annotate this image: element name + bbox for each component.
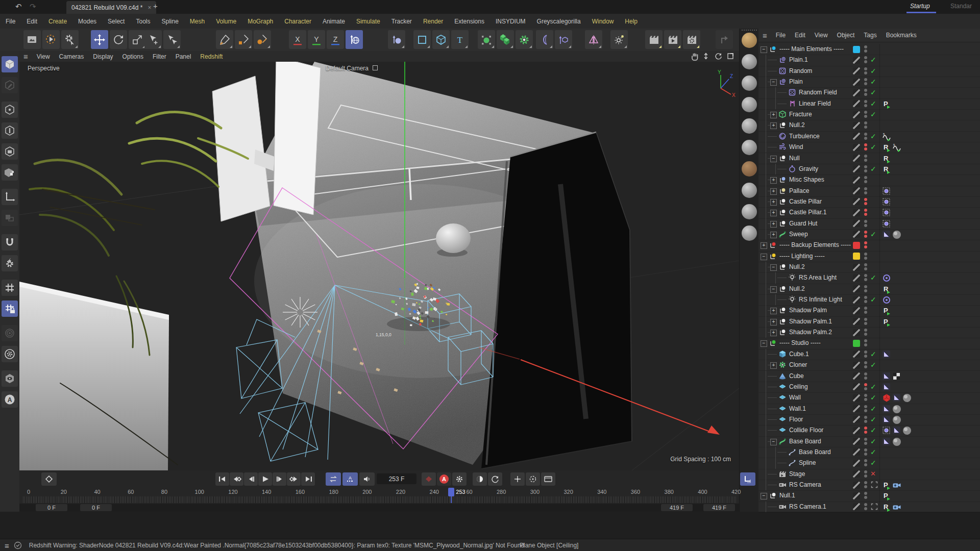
edit-chip[interactable]	[853, 122, 860, 129]
object-row[interactable]: −----- Main Elements -----	[758, 44, 980, 55]
tag-cam[interactable]	[892, 481, 901, 490]
render-view-icon[interactable]	[645, 30, 663, 49]
visibility-dots[interactable]	[864, 394, 867, 401]
expand-toggle-icon[interactable]: −	[770, 79, 777, 86]
enabled-check-icon[interactable]: ✓	[870, 132, 879, 141]
edit-chip[interactable]	[853, 394, 860, 402]
visibility-dots[interactable]	[864, 241, 867, 248]
menu-modes[interactable]: Modes	[72, 18, 102, 25]
pen-orange-icon[interactable]	[254, 30, 271, 49]
object-label[interactable]: Guard Hut	[789, 220, 817, 227]
object-row[interactable]: +Guard Hut	[758, 218, 980, 230]
keyframe-sphere-icon[interactable]	[473, 472, 487, 486]
plane-primitive-icon[interactable]	[413, 30, 431, 49]
spline-wrap-icon[interactable]	[536, 30, 553, 49]
render-active-object-icon[interactable]	[42, 30, 60, 49]
expand-toggle-icon[interactable]: +	[770, 122, 777, 129]
object-label[interactable]: ----- Lighting -----	[779, 253, 825, 260]
material-thumbnail[interactable]	[742, 118, 757, 134]
edges-mode-icon[interactable]	[2, 122, 18, 139]
scale-icon[interactable]	[129, 30, 146, 49]
grid-lock-icon[interactable]	[2, 300, 18, 317]
om-menu-tags[interactable]: Tags	[859, 32, 881, 39]
edit-chip[interactable]	[853, 318, 860, 325]
next-frame-icon[interactable]	[273, 472, 286, 486]
menu-greyscalegorilla[interactable]: Greyscalegorilla	[531, 18, 586, 25]
enabled-check-icon[interactable]: ✓	[870, 350, 879, 359]
viewport-menu-panel[interactable]: Panel	[171, 53, 196, 60]
object-label[interactable]: Collide Floor	[789, 427, 823, 434]
visibility-dots[interactable]	[864, 296, 867, 303]
tag-mat[interactable]	[892, 405, 901, 414]
tag-cam[interactable]	[892, 503, 901, 512]
edit-chip[interactable]	[853, 79, 860, 86]
visibility-dots[interactable]	[864, 220, 867, 227]
object-row[interactable]: +Fracture✓	[758, 109, 980, 120]
tag-phong[interactable]	[882, 230, 891, 239]
edit-chip[interactable]	[853, 307, 860, 314]
simulation-icon[interactable]	[388, 30, 405, 49]
object-label[interactable]: Random Field	[799, 89, 837, 96]
edit-chip[interactable]	[853, 165, 860, 172]
visibility-dots[interactable]	[864, 438, 867, 445]
om-menu-bookmarks[interactable]: Bookmarks	[881, 32, 921, 39]
go-end-icon[interactable]	[301, 472, 315, 486]
edit-chip[interactable]	[853, 460, 860, 467]
viewport-camera-label[interactable]: Default Camera	[326, 65, 378, 72]
render-settings-icon[interactable]	[61, 30, 79, 49]
object-label[interactable]: Wall	[789, 394, 801, 401]
target-rings-icon[interactable]	[2, 325, 18, 341]
object-row[interactable]: +Null.2	[758, 120, 980, 131]
edit-chip[interactable]	[853, 231, 860, 238]
expand-toggle-icon[interactable]: −	[761, 340, 767, 347]
enabled-check-icon[interactable]: ✓	[870, 88, 879, 97]
object-label[interactable]: ----- Studio -----	[779, 339, 821, 346]
tag-phong[interactable]	[882, 383, 891, 392]
object-row[interactable]: −----- Lighting -----	[758, 251, 980, 262]
text-primitive-icon[interactable]: T	[451, 30, 469, 49]
visibility-dots[interactable]	[864, 231, 867, 238]
object-row[interactable]: Collide Floor✓	[758, 425, 980, 436]
visibility-dots[interactable]	[864, 198, 867, 205]
viewport-canvas[interactable]: 1,15,0,0 Perspective Default Camera Grid…	[19, 62, 739, 470]
object-row[interactable]: Cube	[758, 371, 980, 382]
polygons-mode-icon[interactable]	[2, 143, 18, 160]
object-label[interactable]: Base Board	[799, 448, 831, 456]
set-keyframe-button[interactable]	[41, 472, 57, 486]
tag-ptag[interactable]: P	[882, 317, 891, 327]
object-label[interactable]: RS Infinite Light	[799, 296, 842, 303]
expand-toggle-icon[interactable]: −	[761, 493, 767, 499]
tag-display[interactable]	[882, 197, 891, 207]
team-render-icon[interactable]	[683, 30, 700, 49]
keyframe-rotation-icon[interactable]	[488, 472, 502, 486]
object-label[interactable]: Wind	[789, 143, 803, 151]
object-row[interactable]: Floor✓	[758, 414, 980, 425]
menu-tracker[interactable]: Tracker	[386, 18, 418, 25]
om-menu-object[interactable]: Object	[832, 32, 860, 39]
edit-chip[interactable]	[853, 89, 860, 96]
tag-phong[interactable]	[882, 372, 891, 381]
render-picture-viewer-icon[interactable]	[664, 30, 681, 49]
edit-chip[interactable]	[853, 285, 860, 292]
texture-mode-icon[interactable]	[2, 77, 18, 93]
viewport-hamburger-icon[interactable]: ≡	[19, 52, 32, 61]
position-small-icon[interactable]	[510, 472, 525, 486]
tag-rtag[interactable]: R	[882, 154, 891, 163]
viewport-view-name[interactable]: Perspective	[28, 65, 60, 72]
edit-chip[interactable]	[853, 329, 860, 336]
visibility-dots[interactable]	[864, 165, 867, 172]
tag-rtag[interactable]: R	[882, 165, 891, 174]
object-row[interactable]: −----- Studio -----	[758, 338, 980, 349]
visibility-dots[interactable]	[864, 361, 867, 368]
edit-chip[interactable]	[853, 177, 860, 184]
object-row[interactable]: Linear Field✓P	[758, 98, 980, 110]
edit-chip[interactable]	[853, 296, 860, 304]
tag-phong[interactable]	[882, 350, 891, 359]
menu-insydium[interactable]: INSYDIUM	[490, 18, 531, 25]
object-label[interactable]: Shadow Palm	[789, 307, 827, 314]
expand-toggle-icon[interactable]: −	[770, 439, 777, 445]
visibility-dots[interactable]	[864, 285, 867, 292]
material-thumbnail[interactable]	[742, 140, 757, 155]
om-menu-file[interactable]: File	[771, 32, 790, 39]
object-row[interactable]: +Misc Shapes	[758, 174, 980, 186]
